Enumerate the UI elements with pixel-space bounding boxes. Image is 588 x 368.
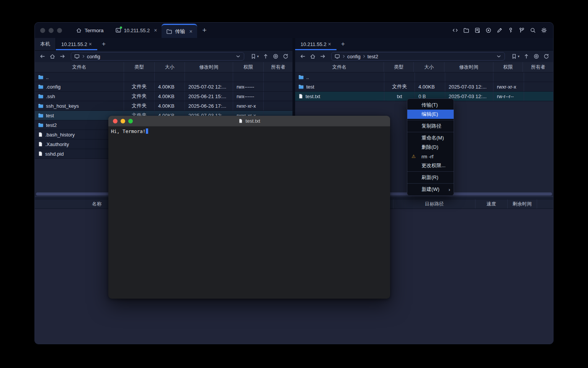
menu-item-rename[interactable]: 重命名(M)	[407, 133, 454, 143]
close-window-button[interactable]	[40, 28, 45, 33]
file-owner	[264, 72, 292, 82]
editor-minimize-button[interactable]	[121, 119, 125, 123]
menu-item-refresh[interactable]: 刷新(R)	[407, 173, 454, 182]
file-modified: 2025-07-03 12:...	[445, 82, 493, 91]
close-tab-icon[interactable]: ×	[189, 28, 192, 34]
record-icon[interactable]	[485, 27, 492, 33]
left-table-header: 文件名 类型 大小 修改时间 权限 所有者	[35, 62, 292, 72]
home-button[interactable]	[48, 52, 57, 61]
file-perm: rwx------	[233, 82, 264, 91]
menu-item-edit[interactable]: 编辑(E)	[407, 110, 454, 119]
menu-item-delete[interactable]: 删除(D)	[407, 143, 454, 152]
home-button[interactable]	[308, 52, 317, 61]
pencil-icon[interactable]	[497, 27, 503, 33]
breadcrumb[interactable]: configtest2	[331, 52, 505, 61]
breadcrumb-segment[interactable]: test2	[368, 54, 378, 59]
column-header-name[interactable]: 文件名	[295, 62, 384, 72]
breadcrumb[interactable]: config	[71, 52, 244, 61]
column-header-type[interactable]: 类型	[124, 62, 155, 72]
gear-icon[interactable]	[541, 27, 547, 33]
menu-item-copy-path[interactable]: 复制路径	[407, 122, 454, 131]
file-size: 4.00KB	[155, 101, 185, 110]
bookmark-icon	[511, 53, 517, 59]
column-header-target-path[interactable]: 目标路径	[393, 199, 475, 209]
menu-item-transfer[interactable]: 传输(T)	[407, 100, 454, 110]
forward-button[interactable]	[318, 52, 327, 61]
home-icon	[76, 27, 82, 33]
show-hidden-icon[interactable]	[273, 53, 279, 59]
file-icon	[298, 94, 303, 99]
menu-item-new[interactable]: 新建(W) ›	[407, 185, 454, 194]
table-row[interactable]: .ssh文件夹4.00KB2025-06-21 15:...rwx------	[35, 92, 292, 101]
key-icon[interactable]	[508, 27, 514, 33]
bookmark-button[interactable]: ▾	[511, 53, 519, 59]
upload-icon[interactable]	[263, 53, 269, 59]
code-icon[interactable]	[452, 27, 458, 33]
document-badge-icon[interactable]	[474, 27, 480, 33]
column-header-type[interactable]: 类型	[384, 62, 414, 72]
column-header-size[interactable]: 大小	[155, 62, 185, 72]
file-icon	[38, 132, 43, 137]
close-tab-icon[interactable]: ×	[328, 41, 331, 47]
editor-zoom-button[interactable]	[128, 119, 133, 123]
key-branch-icon[interactable]	[519, 27, 525, 33]
table-row[interactable]: test文件夹4.00KB2025-07-03 12:...rwxr-xr-x	[295, 82, 553, 92]
column-header-perm[interactable]: 权限	[233, 62, 264, 72]
editor-close-button[interactable]	[113, 119, 118, 123]
menu-item-rm-rf[interactable]: ⚠ rm -rf	[407, 152, 454, 161]
file-modified	[185, 72, 233, 82]
column-header-speed[interactable]: 速度	[475, 199, 507, 209]
window-controls	[35, 23, 69, 38]
file-owner	[264, 92, 292, 101]
breadcrumb-segment[interactable]: config	[347, 54, 361, 59]
table-row[interactable]: ..	[295, 72, 553, 82]
menu-item-chmod[interactable]: 更改权限...	[407, 161, 454, 170]
column-header-modified[interactable]: 修改时间	[185, 62, 233, 72]
table-row[interactable]: ..	[35, 72, 292, 82]
refresh-icon[interactable]	[543, 53, 549, 59]
forward-button[interactable]	[58, 52, 67, 61]
close-tab-icon[interactable]: ×	[89, 41, 92, 47]
table-row[interactable]: .config文件夹4.00KB2025-07-02 12:...rwx----…	[35, 82, 292, 92]
back-button[interactable]	[38, 52, 47, 61]
tab-ssh-session[interactable]: 10.211.55.2 ×	[111, 23, 162, 38]
bookmark-button[interactable]: ▾	[250, 53, 259, 59]
file-name: ..	[306, 74, 309, 80]
breadcrumb-segment[interactable]: config	[87, 54, 100, 59]
chevron-down-icon[interactable]	[235, 53, 241, 59]
search-icon[interactable]	[530, 27, 536, 33]
editor-content[interactable]: Hi, Termora!	[108, 127, 390, 136]
table-row[interactable]: ssh_host_keys文件夹4.00KB2025-06-26 17:...r…	[35, 101, 292, 111]
tab-remote-right[interactable]: 10.211.55.2 ×	[295, 38, 336, 50]
file-size	[415, 72, 445, 82]
right-toolbar: configtest2 ▾	[295, 51, 553, 62]
editor-titlebar[interactable]: test.txt	[108, 116, 390, 127]
upload-icon[interactable]	[523, 53, 529, 59]
file-icon	[38, 151, 43, 156]
tab-transfer[interactable]: 传输 ×	[162, 24, 197, 38]
column-header-eta[interactable]: 剩余时间	[507, 199, 537, 209]
column-header-modified[interactable]: 修改时间	[444, 62, 493, 72]
folder-icon[interactable]	[463, 27, 469, 33]
column-header-owner[interactable]: 所有者	[264, 62, 292, 72]
zoom-window-button[interactable]	[57, 28, 62, 33]
back-button[interactable]	[298, 52, 307, 61]
column-header-owner[interactable]: 所有者	[523, 62, 553, 72]
tab-local[interactable]: 本机	[35, 38, 56, 50]
tab-remote-left[interactable]: 10.211.55.2 ×	[56, 38, 97, 50]
column-header-name[interactable]: 文件名	[35, 62, 124, 72]
file-name: ..	[46, 74, 49, 80]
file-size: 4.00KB	[415, 82, 445, 91]
column-header-perm[interactable]: 权限	[493, 62, 523, 72]
refresh-icon[interactable]	[283, 53, 289, 59]
add-pane-tab-button[interactable]: +	[97, 38, 110, 50]
new-tab-button[interactable]: +	[197, 23, 212, 38]
close-tab-icon[interactable]: ×	[154, 27, 157, 33]
chevron-down-icon[interactable]	[496, 53, 502, 59]
app-home-tab[interactable]: Termora	[69, 23, 111, 38]
minimize-window-button[interactable]	[49, 28, 54, 33]
show-hidden-icon[interactable]	[533, 53, 539, 59]
menu-separator	[407, 132, 454, 132]
add-pane-tab-button[interactable]: +	[336, 38, 350, 50]
column-header-size[interactable]: 大小	[414, 62, 444, 72]
